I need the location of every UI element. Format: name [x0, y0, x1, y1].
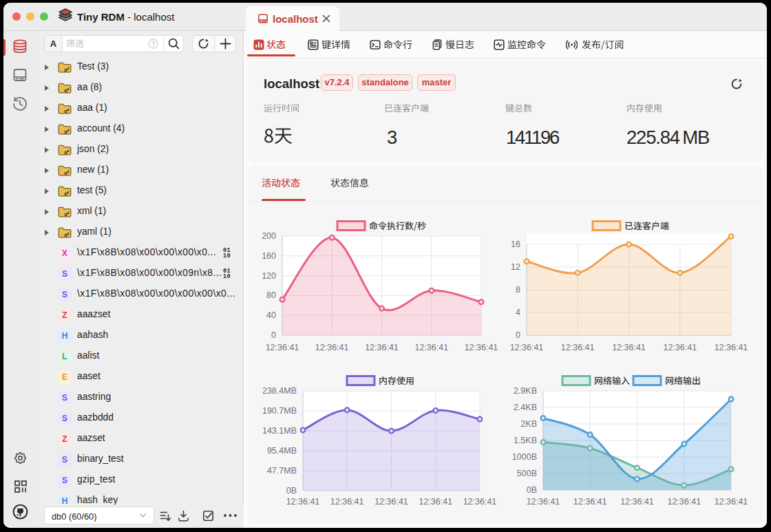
svg-text:80: 80: [266, 290, 276, 300]
svg-text:12:36:41: 12:36:41: [463, 497, 497, 507]
svg-text:12: 12: [511, 262, 520, 272]
svg-text:12:36:41: 12:36:41: [510, 343, 544, 352]
svg-text:500B: 500B: [517, 469, 537, 478]
svg-text:12:36:41: 12:36:41: [561, 343, 595, 352]
svg-text:12:36:41: 12:36:41: [465, 343, 498, 352]
svg-text:12:36:41: 12:36:41: [620, 497, 654, 507]
svg-text:12:36:41: 12:36:41: [365, 343, 399, 352]
svg-text:12:36:41: 12:36:41: [286, 497, 320, 507]
svg-text:12:36:41: 12:36:41: [419, 497, 452, 507]
svg-text:2KB: 2KB: [520, 419, 537, 429]
svg-text:0: 0: [516, 330, 520, 340]
svg-text:1000B: 1000B: [512, 452, 537, 462]
svg-text:12:36:41: 12:36:41: [414, 343, 448, 352]
svg-text:12:36:41: 12:36:41: [573, 497, 607, 507]
svg-text:8: 8: [516, 285, 520, 295]
svg-text:12:36:41: 12:36:41: [667, 497, 701, 507]
svg-text:47.7MB: 47.7MB: [267, 466, 297, 476]
svg-text:2.4KB: 2.4KB: [514, 403, 537, 412]
svg-text:200: 200: [262, 231, 276, 241]
svg-text:16: 16: [511, 240, 520, 249]
svg-text:12:36:41: 12:36:41: [315, 343, 349, 352]
svg-text:0B: 0B: [286, 486, 297, 496]
svg-text:4: 4: [516, 308, 520, 317]
svg-text:12:36:41: 12:36:41: [612, 343, 646, 352]
svg-text:12:36:41: 12:36:41: [715, 343, 748, 352]
svg-text:40: 40: [266, 310, 276, 320]
svg-text:1.5KB: 1.5KB: [514, 436, 537, 445]
svg-text:2.9KB: 2.9KB: [514, 386, 537, 396]
svg-text:12:36:41: 12:36:41: [374, 497, 408, 507]
svg-text:120: 120: [262, 271, 276, 281]
svg-text:12:36:41: 12:36:41: [330, 497, 364, 507]
svg-text:190.7MB: 190.7MB: [262, 406, 297, 416]
svg-text:12:36:41: 12:36:41: [715, 497, 748, 507]
svg-text:12:36:41: 12:36:41: [266, 343, 299, 352]
svg-text:238.4MB: 238.4MB: [262, 386, 297, 396]
svg-text:95.4MB: 95.4MB: [267, 446, 297, 456]
svg-text:0: 0: [271, 330, 276, 340]
svg-text:143.1MB: 143.1MB: [262, 426, 297, 436]
svg-text:0B: 0B: [527, 485, 537, 495]
svg-text:12:36:41: 12:36:41: [663, 343, 697, 352]
svg-text:160: 160: [262, 251, 276, 261]
svg-text:12:36:41: 12:36:41: [527, 497, 560, 507]
